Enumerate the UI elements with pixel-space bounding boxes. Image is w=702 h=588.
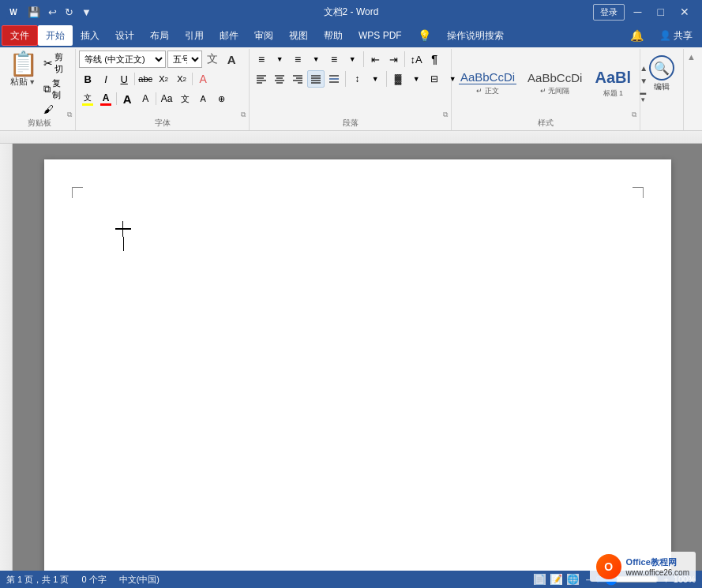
document-area[interactable] — [13, 144, 702, 571]
menu-item-kaishi[interactable]: 开始 — [38, 25, 73, 46]
title-bar-right: 登录 ─ □ ✕ — [593, 4, 696, 21]
cursor-crosshair — [115, 221, 131, 237]
line-spacing-dropdown[interactable]: ▼ — [366, 70, 384, 88]
phonetics-button[interactable]: 文 — [176, 90, 193, 107]
increase-indent-button[interactable]: ⇥ — [385, 51, 402, 68]
paragraph-expand-icon[interactable]: ⧉ — [443, 110, 448, 119]
view-web-button[interactable]: 🌐 — [567, 574, 579, 585]
numbering-button[interactable]: ≡ — [289, 51, 306, 68]
save-button[interactable]: 💾 — [25, 5, 43, 20]
distribute-button[interactable] — [325, 70, 343, 88]
align-right-button[interactable] — [289, 70, 306, 88]
bullets-dropdown[interactable]: ▼ — [271, 51, 288, 68]
menu-item-light[interactable]: 💡 — [410, 25, 439, 46]
align-left-button[interactable] — [253, 70, 270, 88]
styles-group-label: 样式 — [538, 118, 554, 129]
clipboard-expand-icon[interactable]: ⧉ — [67, 110, 72, 119]
menu-item-shengyue[interactable]: 审阅 — [246, 25, 281, 46]
menu-item-share-bell[interactable]: 🔔 — [622, 25, 651, 46]
justify-button[interactable] — [307, 70, 325, 88]
align-center-button[interactable] — [271, 70, 288, 88]
paste-button[interactable]: 📋 粘贴 ▼ — [6, 51, 39, 89]
numbering-dropdown[interactable]: ▼ — [307, 51, 325, 68]
subscript-button[interactable]: X2 — [155, 70, 172, 88]
view-page-button[interactable]: 📝 — [550, 574, 562, 585]
clear-format-button[interactable]: A — [194, 70, 212, 88]
language-status: 中文(中国) — [119, 574, 160, 586]
cut-button[interactable]: ✂ 剪切 — [41, 51, 72, 76]
sort-button[interactable]: ↕A — [407, 51, 425, 68]
login-button[interactable]: 登录 — [593, 4, 625, 21]
menu-item-wpspdf[interactable]: WPS PDF — [351, 25, 410, 46]
superscript-button[interactable]: X2 — [173, 70, 190, 88]
search-icon: 🔍 — [649, 55, 674, 81]
share-icon: 👤 — [659, 30, 671, 41]
multilevel-dropdown[interactable]: ▼ — [343, 51, 361, 68]
font-size-dec-button[interactable]: A — [137, 90, 154, 107]
font-border-button[interactable]: A — [194, 90, 212, 107]
quick-access-dropdown[interactable]: ▼ — [79, 5, 94, 20]
menu-item-buju[interactable]: 布局 — [142, 25, 177, 46]
redo-button[interactable]: ↻ — [62, 5, 76, 20]
menu-item-wenjian[interactable]: 文件 — [2, 25, 38, 46]
minimize-button[interactable]: ─ — [628, 4, 648, 20]
borders-button[interactable]: ⊟ — [426, 70, 443, 88]
font-size-select[interactable]: 五号 — [167, 51, 202, 68]
office-site-url: www.office26.com — [626, 568, 689, 577]
text-highlight-button[interactable]: 文 — [79, 90, 96, 107]
ribbon: 📋 粘贴 ▼ ✂ 剪切 ⧉ 复制 🖌 — [0, 47, 702, 131]
para-divider1 — [363, 51, 364, 67]
decrease-indent-button[interactable]: ⇤ — [366, 51, 384, 68]
menu-item-charu[interactable]: 插入 — [73, 25, 107, 46]
font-group-label: 字体 — [155, 118, 171, 129]
a-large-btn[interactable]: A — [223, 51, 240, 68]
wen-icon-btn[interactable]: 文 — [204, 51, 221, 68]
style-normal[interactable]: AaBbCcDi ↵ 正文 — [455, 68, 520, 99]
quick-access-toolbar: 💾 ↩ ↻ ▼ — [25, 5, 94, 20]
shading-dropdown[interactable]: ▼ — [407, 70, 425, 88]
shading-button[interactable]: ▓ — [389, 70, 407, 88]
style-normal-label: ↵ 正文 — [476, 86, 499, 96]
style-nospace[interactable]: AaBbCcDi ↵ 无间隔 — [522, 69, 588, 99]
show-marks-button[interactable]: ¶ — [426, 51, 443, 68]
copy-button[interactable]: ⧉ 复制 — [41, 77, 72, 102]
para-divider3 — [345, 71, 346, 87]
font-divider4 — [156, 92, 156, 105]
menu-item-yinyong[interactable]: 引用 — [177, 25, 212, 46]
menu-item-shitu[interactable]: 视图 — [281, 25, 316, 46]
italic-button[interactable]: I — [97, 70, 114, 88]
cut-icon: ✂ — [43, 57, 53, 69]
line-spacing-button[interactable]: ↕ — [348, 70, 366, 88]
multilevel-button[interactable]: ≡ — [325, 51, 343, 68]
font-size-inc-button[interactable]: A — [118, 90, 136, 107]
bullets-button[interactable]: ≡ — [253, 51, 270, 68]
close-button[interactable]: ✕ — [674, 4, 696, 20]
horizontal-ruler — [0, 131, 702, 144]
bold-button[interactable]: B — [79, 70, 96, 88]
view-print-button[interactable]: 📄 — [534, 574, 546, 585]
font-divider2 — [192, 73, 193, 85]
vertical-ruler — [0, 144, 13, 571]
document-page[interactable] — [44, 159, 671, 571]
paste-dropdown-arrow[interactable]: ▼ — [28, 78, 36, 86]
menu-item-sheji[interactable]: 设计 — [107, 25, 142, 46]
font-name-select[interactable]: 等线 (中文正文) — [79, 51, 166, 68]
styles-expand-icon[interactable]: ⧉ — [632, 110, 636, 119]
search-edit-button[interactable]: 🔍 编辑 — [643, 51, 681, 97]
style-heading1[interactable]: AaBl 标题 1 — [589, 66, 636, 101]
menu-item-youjian[interactable]: 邮件 — [212, 25, 246, 46]
underline-button[interactable]: U — [115, 70, 133, 88]
paste-icon: 📋 — [9, 52, 38, 76]
strikethrough-button[interactable]: abc — [137, 70, 154, 88]
font-expand-icon[interactable]: ⧉ — [241, 110, 246, 119]
font-shade-button[interactable]: ⊕ — [212, 90, 230, 107]
restore-button[interactable]: □ — [651, 4, 670, 20]
ribbon-collapse-button[interactable]: ▲ — [684, 51, 699, 63]
undo-button[interactable]: ↩ — [46, 5, 59, 20]
share-button[interactable]: 👤 共享 — [651, 25, 700, 46]
ribbon-group-styles: AaBbCcDi ↵ 正文 AaBbCcDi ↵ 无间隔 AaBl 标题 1 ▲… — [452, 49, 640, 130]
font-color-button[interactable]: A — [97, 90, 114, 107]
menu-item-caozuo[interactable]: 操作说明搜索 — [439, 25, 512, 46]
change-case-button[interactable]: Aa — [158, 90, 175, 107]
menu-item-bangzhu[interactable]: 帮助 — [316, 25, 351, 46]
